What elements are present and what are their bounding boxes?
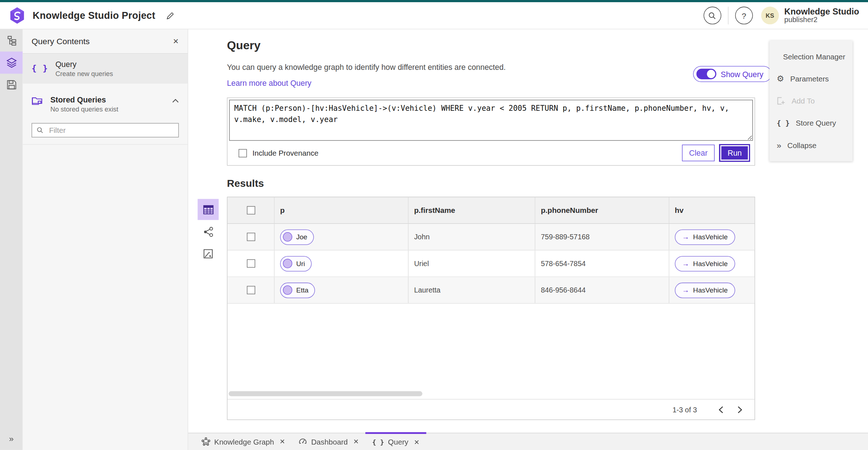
selection-manager-label: Selection Manager <box>783 52 845 61</box>
knowledge-graph-icon <box>201 437 210 446</box>
stored-queries-subtitle: No stored queries exist <box>50 105 118 113</box>
cell-phonenumber: 578-654-7854 <box>541 259 586 268</box>
cell-firstname: Lauretta <box>414 286 441 294</box>
include-provenance-checkbox[interactable] <box>239 149 247 157</box>
results-view-switcher <box>197 199 218 264</box>
stored-queries-section[interactable]: Stored Queries No stored queries exist <box>23 89 188 118</box>
query-item-subtitle: Create new queries <box>55 70 113 77</box>
chevron-left-icon <box>718 406 723 413</box>
collapse-label: Collapse <box>787 141 816 150</box>
next-page-button[interactable] <box>732 402 747 417</box>
cell-firstname: Uriel <box>414 259 429 268</box>
toggle-switch-icon <box>697 69 716 79</box>
close-panel-button[interactable]: ✕ <box>173 37 179 46</box>
query-contents-panel: Query Contents ✕ { } Query Create new qu… <box>23 29 188 450</box>
collapse-double-chevron-icon: » <box>776 140 781 150</box>
tab-dashboard[interactable]: Dashboard ✕ <box>292 433 366 450</box>
rail-item-save[interactable] <box>0 74 23 96</box>
table-view-button[interactable] <box>197 199 218 220</box>
query-input[interactable]: MATCH (p:Person)-[hv:HasVehicle]->(v:Veh… <box>229 100 753 141</box>
row-checkbox[interactable] <box>247 259 255 268</box>
table-row[interactable]: Joe John 759-889-57168 → HasVehicle <box>227 224 754 250</box>
map-view-button[interactable] <box>197 243 218 264</box>
cell-phonenumber: 759-889-57168 <box>541 233 590 241</box>
page-title: Query <box>227 39 261 52</box>
parameters-label: Parameters <box>790 75 829 83</box>
entity-pill[interactable]: Etta <box>280 282 315 298</box>
column-header-phonenumber: p.phoneNumber <box>541 206 598 214</box>
chevron-right-icon <box>737 406 742 413</box>
horizontal-scrollbar[interactable] <box>229 391 422 396</box>
topbar-actions: ? KS Knowledge Studio publisher2 <box>703 7 859 25</box>
entity-pill[interactable]: Uri <box>280 256 311 271</box>
show-query-toggle[interactable]: Show Query <box>693 66 771 82</box>
topbar-divider <box>728 7 728 24</box>
entity-label: Uri <box>296 260 305 267</box>
row-checkbox[interactable] <box>247 286 255 294</box>
rail-item-data-model[interactable] <box>0 29 23 51</box>
top-bar: Knowledge Studio Project ? KS Knowledge … <box>0 2 868 29</box>
close-tab-icon[interactable]: ✕ <box>414 438 419 446</box>
app-logo-icon <box>9 7 25 24</box>
tab-knowledge-graph[interactable]: Knowledge Graph ✕ <box>195 433 292 450</box>
arrow-right-icon: → <box>682 286 689 294</box>
pagination-range: 1-3 of 3 <box>673 405 697 414</box>
relationship-label: HasVehicle <box>693 286 728 294</box>
help-button[interactable]: ? <box>735 7 753 24</box>
close-tab-icon[interactable]: ✕ <box>280 438 285 445</box>
search-button[interactable] <box>703 7 721 24</box>
add-to-item: Add To <box>770 90 853 112</box>
bottom-tab-bar: Knowledge Graph ✕ Dashboard ✕ { } Query … <box>188 433 868 450</box>
clear-button[interactable]: Clear <box>682 144 715 161</box>
relationship-pill[interactable]: → HasVehicle <box>675 282 735 298</box>
parameters-item[interactable]: ⚙ Parameters <box>770 68 853 90</box>
search-icon <box>708 11 716 20</box>
learn-more-link[interactable]: Learn more about Query <box>227 79 311 87</box>
cell-firstname: John <box>414 233 430 241</box>
store-query-label: Store Query <box>796 119 836 127</box>
graph-view-button[interactable] <box>197 221 218 242</box>
tab-query[interactable]: { } Query ✕ <box>366 432 426 450</box>
query-list-item[interactable]: { } Query Create new queries <box>23 54 188 84</box>
previous-page-button[interactable] <box>714 402 728 417</box>
row-checkbox[interactable] <box>247 233 255 241</box>
expand-rail-button[interactable]: » <box>0 430 23 447</box>
tab-label: Dashboard <box>311 437 348 446</box>
arrow-right-icon: → <box>682 259 689 268</box>
close-tab-icon[interactable]: ✕ <box>353 438 359 445</box>
toggle-label: Show Query <box>721 70 763 78</box>
chevron-up-icon <box>172 98 179 103</box>
selection-manager-item[interactable]: Selection Manager <box>770 46 853 68</box>
panel-title: Query Contents <box>31 37 90 46</box>
relationship-label: HasVehicle <box>693 260 728 267</box>
braces-icon: { } <box>31 64 48 74</box>
relationship-pill[interactable]: → HasVehicle <box>675 229 735 245</box>
collapse-panel-item[interactable]: » Collapse <box>770 134 853 156</box>
table-pagination: 1-3 of 3 <box>227 399 754 420</box>
help-icon: ? <box>741 11 746 20</box>
filter-input[interactable] <box>48 126 174 135</box>
table-row[interactable]: Uri Uriel 578-654-7854 → HasVehicle <box>227 251 754 277</box>
save-icon <box>7 80 17 90</box>
entity-pill[interactable]: Joe <box>280 229 314 245</box>
side-rail: » <box>0 29 23 450</box>
cell-phonenumber: 846-956-8644 <box>541 286 586 294</box>
account-role: publisher2 <box>784 16 859 25</box>
column-header-p: p <box>280 206 285 214</box>
relationship-pill[interactable]: → HasVehicle <box>675 256 735 271</box>
table-row[interactable]: Etta Lauretta 846-956-8644 → HasVehicle <box>227 277 754 303</box>
run-button[interactable]: Run <box>719 144 750 162</box>
account-info: Knowledge Studio publisher2 <box>784 7 859 25</box>
rail-item-contents[interactable] <box>0 51 23 73</box>
relationship-label: HasVehicle <box>693 233 728 241</box>
query-tools-panel: Selection Manager ⚙ Parameters Add To { … <box>770 41 853 161</box>
user-avatar[interactable]: KS <box>761 7 779 24</box>
panel-divider <box>23 144 188 145</box>
data-model-icon <box>6 35 17 46</box>
select-all-checkbox[interactable] <box>247 206 255 214</box>
edit-title-icon[interactable] <box>165 11 175 20</box>
knowledge-studio-app: Knowledge Studio Project ? KS Knowledge … <box>0 0 868 450</box>
store-query-item[interactable]: { } Store Query <box>770 112 853 134</box>
query-tab-braces-icon: { } <box>372 438 384 446</box>
gear-icon: ⚙ <box>776 74 784 84</box>
